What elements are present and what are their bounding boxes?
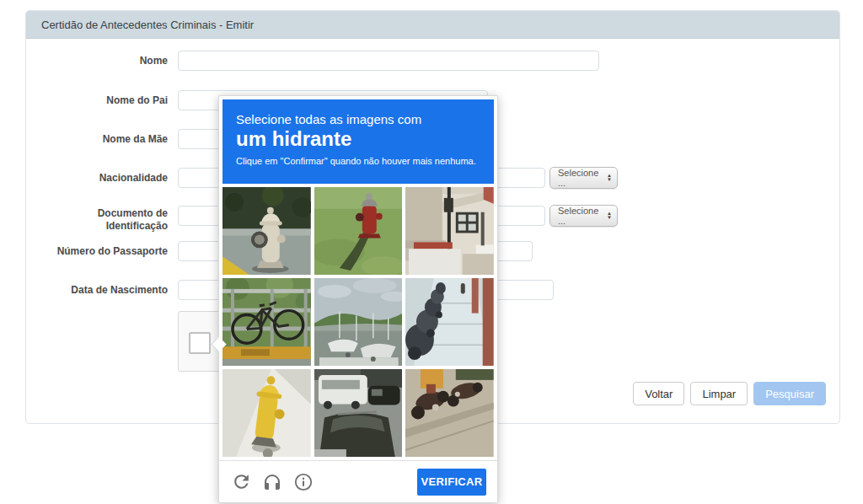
label-data-nascimento: Data de Nascimento xyxy=(35,284,168,297)
captcha-tile-9[interactable] xyxy=(405,369,494,457)
voltar-button[interactable]: Voltar xyxy=(633,382,684,405)
yellow-hydrant-image xyxy=(222,369,311,457)
captcha-tile-4[interactable] xyxy=(222,278,311,366)
captcha-footer: VERIFICAR xyxy=(219,460,497,502)
white-hydrant-image xyxy=(222,187,311,275)
documento-select[interactable]: Selecione ... ▲▼ xyxy=(549,205,618,227)
building-facade-image xyxy=(405,187,494,275)
captcha-tile-1[interactable] xyxy=(222,187,311,275)
captcha-note-text: Clique em "Confirmar" quando não houver … xyxy=(236,156,480,166)
captcha-instructions: Selecione todas as imagens com um hidran… xyxy=(222,99,494,184)
recaptcha-checkbox[interactable] xyxy=(189,332,211,354)
captcha-image-grid xyxy=(222,187,494,457)
scooter-sidewalk-image xyxy=(405,278,494,366)
info-icon[interactable] xyxy=(292,471,314,493)
marina-image xyxy=(314,278,403,366)
label-nome-da-mae: Nome da Mãe xyxy=(35,133,168,146)
nome-input[interactable] xyxy=(178,51,599,71)
bicycle-image xyxy=(222,278,311,366)
bus-street-image xyxy=(314,369,403,457)
label-nome-do-pai: Nome do Pai xyxy=(35,94,168,107)
label-nacionalidade: Nacionalidade xyxy=(35,172,168,185)
captcha-tile-5[interactable] xyxy=(314,278,403,366)
reload-icon[interactable] xyxy=(230,471,252,493)
page: Certidão de Antecedentes Criminais - Emi… xyxy=(0,0,863,504)
label-numero-passaporte: Número do Passaporte xyxy=(35,245,168,258)
limpar-button[interactable]: Limpar xyxy=(690,382,748,405)
verify-button[interactable]: VERIFICAR xyxy=(417,469,486,496)
nacionalidade-select[interactable]: Selecione ... ▲▼ xyxy=(549,167,618,189)
label-nome: Nome xyxy=(35,55,168,67)
captcha-instruction-line: Selecione todas as imagens com xyxy=(236,112,480,126)
captcha-target-text: um hidrante xyxy=(236,127,480,151)
captcha-tile-3[interactable] xyxy=(405,187,494,275)
captcha-tile-2[interactable] xyxy=(314,187,403,275)
select-updown-icon: ▲▼ xyxy=(607,212,612,220)
headphones-icon[interactable] xyxy=(261,471,283,493)
documento-select-value: Selecione ... xyxy=(558,206,607,226)
captcha-tile-6[interactable] xyxy=(405,278,494,366)
motorcycles-image xyxy=(405,369,494,457)
recaptcha-challenge-popup: Selecione todas as imagens com um hidran… xyxy=(218,95,498,503)
captcha-tile-8[interactable] xyxy=(314,369,403,457)
pesquisar-button[interactable]: Pesquisar xyxy=(753,382,826,405)
select-updown-icon: ▲▼ xyxy=(607,174,612,182)
label-documento-identificacao: Documento de Identificação xyxy=(35,207,168,233)
red-hydrant-image xyxy=(314,187,403,275)
nacionalidade-select-value: Selecione ... xyxy=(558,168,607,188)
captcha-tile-7[interactable] xyxy=(222,369,311,457)
panel-title: Certidão de Antecedentes Criminais - Emi… xyxy=(26,11,839,39)
form-actions: Voltar Limpar Pesquisar xyxy=(633,382,826,405)
